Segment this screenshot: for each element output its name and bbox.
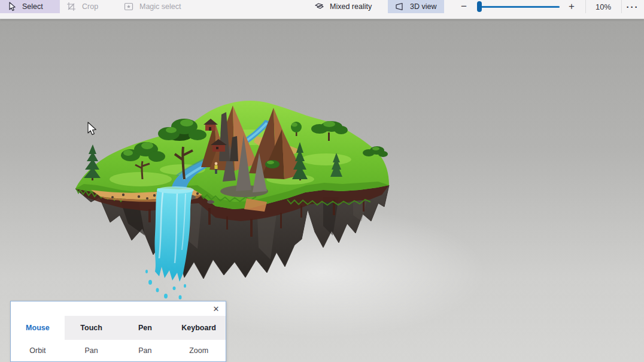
magic-select-label: Magic select [139,2,181,11]
minus-icon: − [461,1,467,13]
select-button[interactable]: Select [0,0,60,13]
zoom-slider-track[interactable] [479,6,560,8]
magic-select-icon [123,1,134,12]
tab-pen-label: Pen [138,324,152,332]
zoom-slider[interactable] [479,0,560,13]
plus-icon: + [569,1,575,13]
action-pan-pen: Pan [119,346,172,355]
zoom-slider-thumb[interactable] [477,1,482,12]
magic-select-button[interactable]: Magic select [117,0,184,13]
tab-mouse-label: Mouse [26,324,50,332]
tab-touch[interactable]: Touch [65,316,119,340]
3d-view-label: 3D view [410,2,436,11]
toolbar: Select Crop Magic select Mixed reality [0,0,644,19]
action-orbit: Orbit [11,346,65,355]
zoom-in-button[interactable]: + [560,0,583,13]
controls-actions-row: Orbit Pan Pan Zoom [11,346,226,355]
cursor-arrow-icon [6,1,17,12]
controls-tabs: Mouse Touch Pen Keyboard [11,316,226,340]
controls-help-panel: ✕ Mouse Touch Pen Keyboard Orbit Pan Pan… [10,301,226,362]
more-options-button[interactable]: ··· [621,0,644,13]
action-zoom: Zoom [172,346,226,355]
zoom-level-value[interactable]: 10% [585,0,621,13]
tab-keyboard[interactable]: Keyboard [172,316,226,340]
tab-pen[interactable]: Pen [119,316,172,340]
paint3d-window: Select Crop Magic select Mixed reality [0,0,644,362]
pine-tree [84,144,101,180]
tab-touch-label: Touch [80,324,102,332]
ellipsis-icon: ··· [627,2,639,12]
3d-view-button[interactable]: 3D view [388,0,444,13]
mouse-cursor [88,122,96,135]
zoom-out-button[interactable]: − [452,0,475,13]
tab-keyboard-label: Keyboard [181,324,216,332]
mixed-reality-label: Mixed reality [330,2,372,11]
mixed-reality-icon [314,1,324,12]
close-button[interactable]: ✕ [211,304,221,313]
action-pan-touch: Pan [65,346,119,355]
close-icon: ✕ [213,304,220,313]
select-label: Select [22,2,43,11]
crop-button[interactable]: Crop [60,0,117,13]
tab-mouse[interactable]: Mouse [11,316,65,340]
crop-label: Crop [82,2,98,11]
mixed-reality-button[interactable]: Mixed reality [308,0,378,13]
3d-view-frustum-icon [394,1,405,12]
crop-icon [66,1,77,12]
